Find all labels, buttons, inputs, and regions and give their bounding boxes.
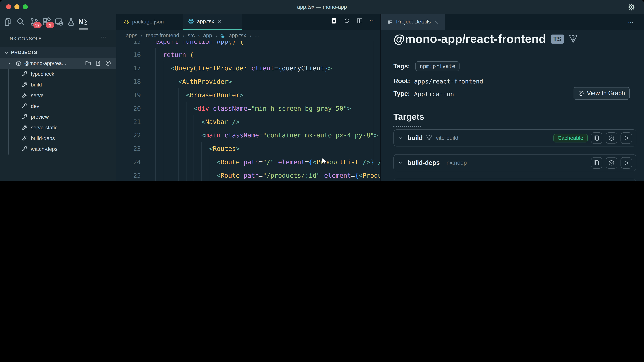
editor-group: package.json app.tsx ⋯ apps› react-front… <box>116 14 380 181</box>
tab-package-json[interactable]: package.json <box>118 14 183 30</box>
code-line-18[interactable]: 18 <AuthProvider> <box>116 75 380 88</box>
nx-console-icon[interactable] <box>78 17 87 26</box>
settings-gear-icon[interactable] <box>627 3 636 11</box>
package-cube-icon <box>16 61 22 66</box>
editor-actions: ⋯ <box>330 17 376 24</box>
code-line-21[interactable]: 21 <Navbar /> <box>116 115 380 128</box>
breadcrumb-item[interactable]: ... <box>254 32 259 38</box>
eye-icon <box>578 90 584 96</box>
code-line-23[interactable]: 23 <Routes> <box>116 142 380 155</box>
code-line-22[interactable]: 22 <main className="container mx-auto px… <box>116 128 380 142</box>
target-label: typecheck <box>31 71 54 77</box>
breadcrumb[interactable]: apps› react-frontend› src› app› app.tsx›… <box>116 30 380 41</box>
more-actions-icon[interactable]: ⋯ <box>369 17 376 24</box>
close-panel-tab-icon[interactable] <box>434 19 439 24</box>
run-task-button[interactable] <box>620 132 632 144</box>
close-tab-icon[interactable] <box>217 19 222 24</box>
testing-flask-icon[interactable] <box>67 17 76 26</box>
open-folder-icon[interactable] <box>85 60 91 66</box>
target-icon[interactable] <box>105 60 111 66</box>
type-label: Type: <box>394 90 410 97</box>
project-title: @mono-app/react-frontend <box>394 32 546 45</box>
split-editor-icon[interactable] <box>356 17 362 24</box>
code-editor[interactable]: 15export function App() {16 return (17 <… <box>116 41 380 181</box>
sidebar: 32 1 NX CONSOLE ⋯ PROJECTS @mono-app/rea… <box>0 14 117 181</box>
code-line-16[interactable]: 16 return ( <box>116 48 380 61</box>
root-row: Root: apps/react-frontend <box>394 77 483 85</box>
breadcrumb-item[interactable]: apps <box>126 32 137 38</box>
view-in-graph-button[interactable]: View In Graph <box>574 87 630 99</box>
projects-section-header[interactable]: PROJECTS <box>0 47 116 58</box>
target-card-build-deps[interactable]: build-deps nx:noop <box>394 154 636 171</box>
tab-app-tsx[interactable]: app.tsx <box>183 14 242 30</box>
search-icon[interactable] <box>16 17 25 26</box>
line-number: 18 <box>116 75 141 88</box>
code-text: export function App() { <box>155 41 244 48</box>
breadcrumb-item[interactable]: src <box>188 32 195 38</box>
code-line-24[interactable]: 24 <Route path="/" element={<ProductList… <box>116 155 380 169</box>
sidebar-view-header: NX CONSOLE ⋯ <box>0 30 116 48</box>
run-task-button[interactable] <box>620 157 632 168</box>
breadcrumb-item[interactable]: react-frontend <box>146 32 179 38</box>
active-activity-underline <box>78 28 88 29</box>
sidebar-item-dev[interactable]: dev <box>0 101 116 112</box>
project-title-row: @mono-app/react-frontend TS <box>394 32 578 45</box>
source-control-icon[interactable]: 32 <box>30 17 38 26</box>
panel-tab-bar: Project Details ⋯ <box>381 14 644 30</box>
target-card-build[interactable]: build vite build Cacheable <box>394 129 636 146</box>
code-text: <div className="min-h-screen bg-gray-50"… <box>155 102 351 115</box>
sidebar-item-build[interactable]: build <box>0 79 116 90</box>
extensions-icon[interactable]: 1 <box>42 17 51 26</box>
sidebar-more-actions-icon[interactable]: ⋯ <box>98 33 109 41</box>
sidebar-project-row[interactable]: @mono-app/rea... <box>0 58 116 69</box>
view-task-button[interactable] <box>606 132 617 144</box>
code-text: <Routes> <box>155 142 240 155</box>
view-in-graph-label: View In Graph <box>587 90 625 97</box>
target-label: serve <box>31 92 44 98</box>
sidebar-item-build-deps[interactable]: build-deps <box>0 133 116 144</box>
sidebar-item-serve-static[interactable]: serve-static <box>0 122 116 133</box>
copy-task-button[interactable] <box>591 132 602 144</box>
sidebar-item-typecheck[interactable]: typecheck <box>0 69 116 79</box>
panel-tab-label: Project Details <box>396 19 431 25</box>
code-line-15[interactable]: 15export function App() { <box>116 41 380 48</box>
project-name: @mono-app/rea... <box>24 60 66 66</box>
code-text: return ( <box>155 48 194 61</box>
react-icon <box>220 33 226 38</box>
generate-file-icon[interactable] <box>95 60 101 66</box>
sidebar-item-preview[interactable]: preview <box>0 112 116 122</box>
braces-icon <box>124 19 129 25</box>
code-text: <Route path="/" element={<ProductList />… <box>155 155 380 169</box>
vite-icon <box>568 34 578 43</box>
code-line-20[interactable]: 20 <div className="min-h-screen bg-gray-… <box>116 102 380 115</box>
target-label: preview <box>31 114 49 120</box>
mouse-cursor <box>322 158 328 165</box>
code-line-25[interactable]: 25 <Route path="/products/:id" element={… <box>116 169 380 181</box>
chevron-down-icon[interactable] <box>398 160 403 165</box>
type-value: Application <box>414 90 454 97</box>
react-icon <box>188 18 194 24</box>
explorer-icon[interactable] <box>3 17 12 26</box>
line-number: 22 <box>116 128 141 142</box>
panel-more-actions-icon[interactable]: ⋯ <box>626 18 636 26</box>
extensions-badge: 1 <box>46 22 54 28</box>
source-control-badge: 32 <box>33 22 42 28</box>
refresh-icon[interactable] <box>344 17 350 24</box>
remote-explorer-icon[interactable] <box>55 17 64 26</box>
view-task-button[interactable] <box>606 157 617 168</box>
target-command: nx:noop <box>446 159 467 166</box>
code-line-19[interactable]: 19 <BrowserRouter> <box>116 88 380 102</box>
code-line-17[interactable]: 17 <QueryClientProvider client={queryCli… <box>116 61 380 75</box>
target-tech-icons <box>426 135 432 141</box>
target-card-dev[interactable]: dev vite Continuous <box>394 179 636 181</box>
sidebar-item-watch-deps[interactable]: watch-deps <box>0 144 116 155</box>
breadcrumb-item[interactable]: app.tsx <box>229 32 246 38</box>
tab-project-details[interactable]: Project Details <box>381 14 445 30</box>
copy-task-button[interactable] <box>591 157 602 168</box>
chevron-down-icon[interactable] <box>398 135 403 140</box>
breadcrumb-item[interactable]: app <box>203 32 212 38</box>
open-project-details-icon[interactable] <box>330 17 337 24</box>
code-text: <Navbar /> <box>155 115 240 128</box>
sidebar-item-serve[interactable]: serve <box>0 90 116 101</box>
target-label: build <box>31 82 42 88</box>
